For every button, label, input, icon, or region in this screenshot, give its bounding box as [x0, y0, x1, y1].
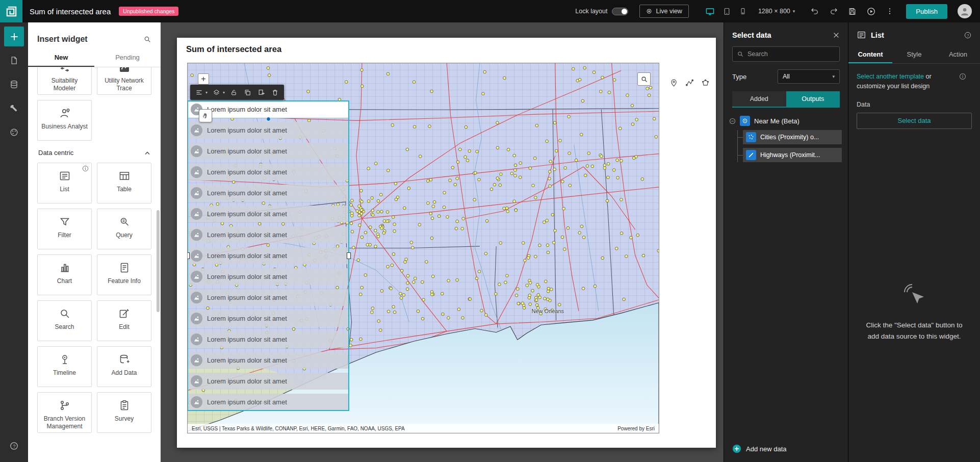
lock-layout-toggle[interactable]	[612, 8, 628, 15]
section-data-centric[interactable]: Data centric	[38, 149, 150, 157]
collapse-icon[interactable]	[729, 118, 736, 124]
list-item[interactable]: Lorem ipsum dolor sit amet	[188, 394, 349, 410]
tree-node-highways[interactable]: Highways (Proximit...	[743, 148, 842, 162]
select-another-template-link[interactable]: Select another template	[857, 73, 924, 80]
map-widget[interactable]: Lorem ipsum dolor sit ametLorem ipsum do…	[187, 63, 659, 433]
help-icon[interactable]: ?	[4, 436, 24, 456]
list-widget[interactable]: Lorem ipsum dolor sit ametLorem ipsum do…	[188, 101, 349, 410]
widget-card-edit[interactable]: Edit	[97, 300, 151, 341]
tab-content[interactable]: Content	[848, 46, 892, 63]
list-item[interactable]: Lorem ipsum dolor sit amet	[188, 164, 349, 181]
theme-rail-icon[interactable]	[4, 122, 24, 142]
list-item[interactable]: Lorem ipsum dolor sit amet	[188, 226, 349, 243]
select-data-button[interactable]: Select data	[857, 113, 972, 129]
tab-action[interactable]: Action	[936, 46, 980, 63]
more-options-icon[interactable]	[886, 7, 894, 15]
widget-card-filter[interactable]: Filter	[37, 209, 92, 249]
chevron-down-icon[interactable]: ▾	[223, 90, 225, 95]
unlock-icon[interactable]	[227, 86, 240, 99]
duplicate-icon[interactable]	[255, 86, 268, 99]
list-item[interactable]: Lorem ipsum dolor sit amet	[188, 352, 349, 369]
widget-card-table[interactable]: Table	[97, 163, 151, 203]
widget-card-query[interactable]: Query	[97, 209, 151, 249]
widget-card-survey[interactable]: Survey	[97, 392, 151, 433]
list-item[interactable]: Lorem ipsum dolor sit amet	[188, 289, 349, 306]
widget-card-suitability-modeler[interactable]: 09 Suitability Modeler	[37, 67, 92, 95]
desktop-preview-icon[interactable]	[704, 6, 716, 17]
list-item-text: Lorem ipsum dolor sit amet	[207, 106, 287, 113]
polygon-select-icon[interactable]	[701, 79, 710, 87]
list-item[interactable]: Lorem ipsum dolor sit amet	[188, 143, 349, 160]
data-rail-icon[interactable]	[4, 74, 24, 94]
align-icon[interactable]	[193, 86, 205, 99]
design-canvas[interactable]: Sum of intersected area Lorem ipsum dolo…	[161, 22, 724, 462]
copy-icon[interactable]	[241, 86, 254, 99]
user-avatar[interactable]	[958, 4, 972, 18]
widget-card-business-analyst[interactable]: Business Analyst	[37, 100, 92, 141]
app-logo-icon[interactable]	[0, 0, 22, 22]
widget-card-list[interactable]: List	[37, 163, 92, 203]
list-item[interactable]: Lorem ipsum dolor sit amet	[188, 331, 349, 348]
widget-card-timeline[interactable]: Timeline	[37, 346, 92, 387]
tree-node-cities[interactable]: Cities (Proximity) o...	[743, 130, 842, 144]
type-label: Type	[732, 73, 746, 81]
tree-node-near-me[interactable]: Near Me (Beta)	[729, 116, 842, 126]
point-select-icon[interactable]	[669, 79, 678, 87]
template-selection-dot[interactable]	[266, 117, 271, 121]
map-attribution: Esri, USGS | Texas Parks & Wildlife, CON…	[192, 426, 405, 431]
widget-card-utility-network-trace[interactable]: Utility Network Trace	[97, 67, 151, 95]
help-icon[interactable]: ?	[964, 31, 972, 39]
widget-card-search[interactable]: Search	[37, 300, 92, 341]
zoom-in-button[interactable]: +	[198, 73, 209, 85]
preview-play-icon[interactable]	[866, 7, 876, 16]
list-item-text: Lorem ipsum dolor sit amet	[207, 210, 287, 218]
list-item[interactable]: Lorem ipsum dolor sit amet	[188, 373, 349, 390]
close-icon[interactable]	[833, 32, 840, 39]
tab-style[interactable]: Style	[892, 46, 936, 63]
map-search-button[interactable]	[637, 72, 651, 86]
resize-handle-right[interactable]	[347, 252, 351, 259]
add-new-data-button[interactable]: Add new data	[724, 437, 848, 462]
type-dropdown[interactable]: All ▾	[778, 69, 840, 84]
page-rail-icon[interactable]	[4, 50, 24, 70]
publish-button[interactable]: Publish	[906, 4, 947, 19]
artboard[interactable]: Sum of intersected area Lorem ipsum dolo…	[177, 38, 716, 448]
list-item[interactable]: Lorem ipsum dolor sit amet	[188, 268, 349, 285]
list-item[interactable]: Lorem ipsum dolor sit amet	[188, 185, 349, 201]
list-item[interactable]: Lorem ipsum dolor sit amet	[188, 310, 349, 327]
scrollbar-thumb[interactable]	[157, 210, 160, 312]
chevron-down-icon[interactable]: ▾	[205, 90, 208, 95]
data-source-tabs: Added Outputs	[732, 91, 840, 108]
tab-outputs[interactable]: Outputs	[786, 91, 840, 107]
tools-rail-icon[interactable]	[4, 98, 24, 118]
list-item[interactable]: Lorem ipsum dolor sit amet	[188, 247, 349, 264]
polyline-select-icon[interactable]	[685, 79, 694, 87]
undo-icon[interactable]	[810, 7, 819, 16]
widget-card-add-data[interactable]: Add Data	[97, 346, 151, 387]
tab-new[interactable]: New	[28, 49, 94, 67]
tab-pending[interactable]: Pending	[94, 49, 161, 67]
layers-icon[interactable]	[210, 86, 223, 99]
info-icon[interactable]	[82, 165, 89, 172]
delete-icon[interactable]	[269, 86, 281, 99]
widget-card-feature-info[interactable]: Feature Info	[97, 254, 151, 295]
live-view-button[interactable]: Live view	[639, 5, 688, 18]
resize-handle-left[interactable]	[187, 252, 190, 259]
widget-card-chart[interactable]: Chart	[37, 254, 92, 295]
save-icon[interactable]	[848, 7, 857, 16]
search-input[interactable]	[747, 50, 835, 58]
phone-preview-icon[interactable]	[738, 6, 748, 16]
top-bar: Sum of intersected area Unpublished chan…	[0, 0, 980, 22]
chevron-down-icon: ▾	[793, 9, 795, 14]
list-item[interactable]: Lorem ipsum dolor sit amet	[188, 122, 349, 139]
widget-card-branch-version-management[interactable]: Branch Version Management	[37, 392, 92, 433]
redo-icon[interactable]	[829, 7, 838, 16]
list-item[interactable]: Lorem ipsum dolor sit amet	[188, 206, 349, 222]
resolution-dropdown[interactable]: 1280 × 800 ▾	[758, 8, 795, 15]
search-icon[interactable]	[143, 35, 151, 43]
insert-widget-rail-icon[interactable]	[4, 27, 24, 46]
data-search-box[interactable]	[732, 46, 840, 62]
tablet-preview-icon[interactable]	[721, 6, 732, 17]
info-icon[interactable]	[959, 73, 966, 80]
tab-added[interactable]: Added	[732, 91, 786, 107]
